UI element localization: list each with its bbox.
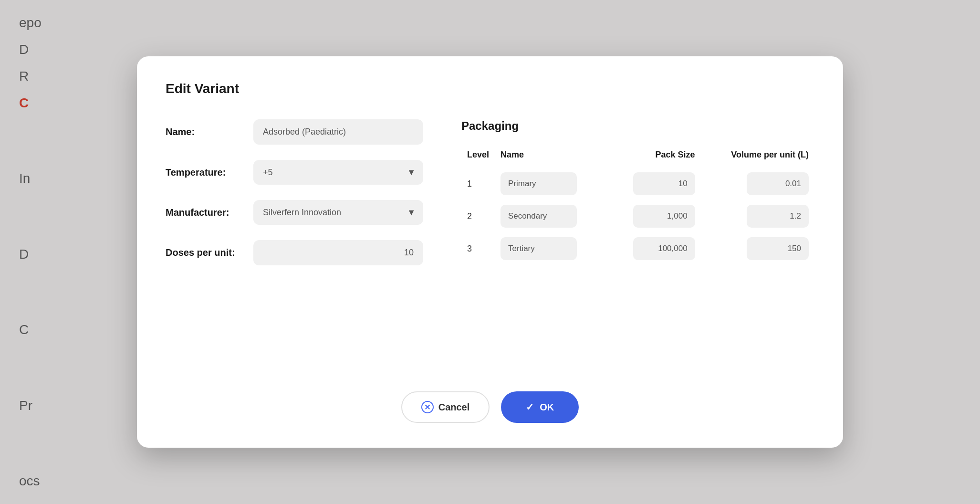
level-cell: 3 (461, 232, 495, 265)
col-volume: Volume per unit (L) (701, 146, 814, 168)
pack-size-cell (607, 168, 701, 200)
pack-size-cell (607, 200, 701, 232)
name-label: Name: (166, 126, 242, 137)
col-name: Name (495, 146, 607, 168)
name-cell (495, 168, 607, 200)
packaging-table: Level Name Pack Size Volume per unit (L)… (461, 146, 814, 265)
packaging-name-input[interactable] (500, 172, 577, 195)
doses-label: Doses per unit: (166, 247, 242, 258)
modal-overlay: Edit Variant Name: Temperature: +5 +2 +8 (0, 0, 980, 504)
cancel-label: Cancel (438, 402, 470, 413)
packaging-title: Packaging (461, 119, 814, 133)
name-input[interactable] (253, 119, 423, 145)
doses-input[interactable] (253, 240, 423, 265)
name-field-row: Name: (166, 119, 423, 145)
table-row: 2 (461, 200, 814, 232)
ok-label: OK (540, 402, 554, 413)
left-panel: Name: Temperature: +5 +2 +8 -20 ▼ (166, 119, 423, 363)
table-row: 1 (461, 168, 814, 200)
check-icon: ✓ (526, 401, 534, 413)
col-pack-size: Pack Size (607, 146, 701, 168)
packaging-name-input[interactable] (500, 205, 577, 228)
name-cell (495, 232, 607, 265)
pack-size-input[interactable] (633, 205, 695, 228)
pack-size-input[interactable] (633, 237, 695, 260)
packaging-name-input[interactable] (500, 237, 577, 260)
manufacturer-label: Manufacturer: (166, 207, 242, 218)
right-panel: Packaging Level Name Pack Size Volume pe… (461, 119, 814, 363)
pack-size-cell (607, 232, 701, 265)
modal-title: Edit Variant (166, 81, 814, 96)
edit-variant-modal: Edit Variant Name: Temperature: +5 +2 +8 (137, 56, 843, 448)
table-row: 3 (461, 232, 814, 265)
doses-field-row: Doses per unit: (166, 240, 423, 265)
pack-size-input[interactable] (633, 172, 695, 195)
temperature-field-row: Temperature: +5 +2 +8 -20 ▼ (166, 160, 423, 185)
volume-input[interactable] (747, 172, 809, 195)
col-level: Level (461, 146, 495, 168)
cancel-circle-icon: ✕ (421, 401, 434, 413)
manufacturer-field-row: Manufacturer: Silverfern Innovation Othe… (166, 200, 423, 225)
temperature-select[interactable]: +5 +2 +8 -20 (253, 160, 423, 185)
volume-input[interactable] (747, 205, 809, 228)
cancel-button[interactable]: ✕ Cancel (401, 391, 490, 423)
ok-button[interactable]: ✓ OK (501, 391, 579, 423)
volume-cell (701, 168, 814, 200)
modal-footer: ✕ Cancel ✓ OK (166, 391, 814, 423)
volume-cell (701, 200, 814, 232)
level-cell: 1 (461, 168, 495, 200)
manufacturer-select[interactable]: Silverfern Innovation Other Manufacturer (253, 200, 423, 225)
manufacturer-select-wrapper: Silverfern Innovation Other Manufacturer… (253, 200, 423, 225)
name-cell (495, 200, 607, 232)
temperature-select-wrapper: +5 +2 +8 -20 ▼ (253, 160, 423, 185)
temperature-label: Temperature: (166, 167, 242, 178)
level-cell: 2 (461, 200, 495, 232)
volume-input[interactable] (747, 237, 809, 260)
volume-cell (701, 232, 814, 265)
modal-body: Name: Temperature: +5 +2 +8 -20 ▼ (166, 119, 814, 363)
